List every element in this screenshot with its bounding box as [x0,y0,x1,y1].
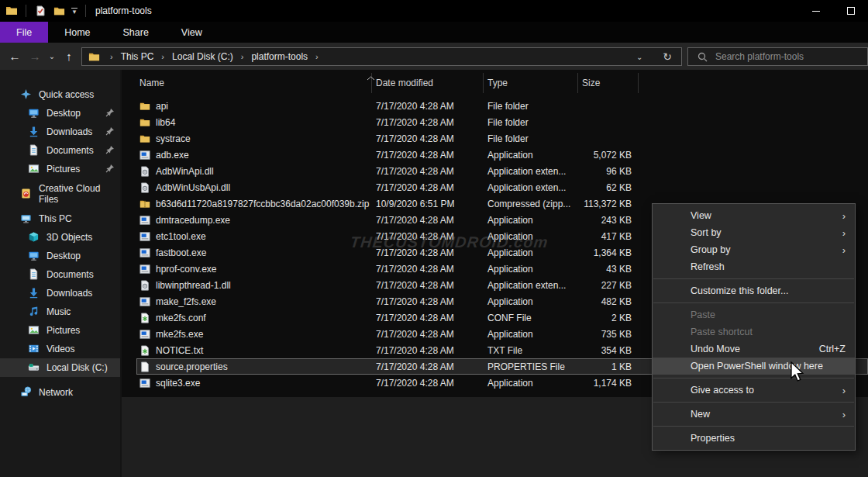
breadcrumb-platform-tools[interactable]: platform-tools [248,51,311,62]
qat-customize-icon[interactable]: ▾ [71,8,78,14]
tab-file[interactable]: File [0,22,48,43]
file-row-systrace[interactable]: systrace7/17/2020 4:28 AMFile folder [136,130,868,147]
menu-item-undo-move[interactable]: Undo MoveCtrl+Z [653,340,855,358]
sidebar-item-pictures[interactable]: Pictures [0,160,120,178]
sidebar-item-label: Pictures [46,164,80,175]
dll-icon [140,280,150,291]
menu-item-open-powershell-window-here[interactable]: Open PowerShell window here [653,358,855,375]
tab-home[interactable]: Home [48,22,106,43]
file-name: source.properties [156,361,228,372]
submenu-arrow-icon: › [842,409,846,420]
menu-item-label: Paste shortcut [691,327,753,337]
file-size: 1,174 KB [578,378,639,389]
file-type: Application exten... [484,280,578,291]
breadcrumb-chevron: › [311,52,323,61]
file-size: 417 KB [578,231,639,242]
sidebar-item-music[interactable]: Music [0,302,120,321]
tab-share[interactable]: Share [107,22,165,43]
downloads-icon [28,126,40,138]
file-type: File folder [484,101,578,112]
sidebar-item-label: Desktop [46,251,81,261]
menu-item-sort-by[interactable]: Sort by› [653,224,855,241]
file-type: Compressed (zipp... [484,199,578,209]
qat-new-folder-icon[interactable] [52,4,66,18]
documents-icon [28,144,40,157]
sidebar-item-network[interactable]: Network [0,383,120,402]
column-header-size[interactable]: Size [578,73,639,93]
menu-item-view[interactable]: View› [653,207,855,224]
menu-item-refresh[interactable]: Refresh [653,258,855,275]
file-size: 1 KB [578,361,639,372]
file-type: Application [484,150,578,161]
file-row-adb-exe[interactable]: adb.exe7/17/2020 4:28 AMApplication5,072… [136,147,868,163]
file-date-modified: 7/17/2020 4:28 AM [372,361,484,372]
menu-item-label: Undo Move [691,344,740,354]
file-row-lib64[interactable]: lib647/17/2020 4:28 AMFile folder [136,114,868,130]
sidebar-item-this-pc[interactable]: This PC [0,209,120,228]
file-name: etc1tool.exe [156,231,206,242]
sidebar-item-3d-objects[interactable]: 3D Objects [0,228,120,247]
refresh-icon[interactable]: ↻ [653,50,681,63]
menu-separator [653,378,854,378]
file-row-adbwinusbapi-dll[interactable]: AdbWinUsbApi.dll7/17/2020 4:28 AMApplica… [136,179,868,195]
folder-icon [140,133,150,144]
menu-item-label: Paste [691,309,715,320]
sidebar-item-label: Videos [46,344,74,354]
minimize-button[interactable] [798,0,833,22]
sidebar-item-pictures[interactable]: Pictures [0,321,120,340]
sidebar-item-desktop[interactable]: Desktop [0,104,120,123]
menu-item-give-access-to[interactable]: Give access to› [653,382,855,399]
search-input[interactable]: Search platform-tools [687,47,868,66]
file-date-modified: 7/17/2020 4:28 AM [372,264,484,275]
file-name: AdbWinApi.dll [156,166,214,177]
file-row-adbwinapi-dll[interactable]: AdbWinApi.dll7/17/2020 4:28 AMApplicatio… [136,163,868,179]
sidebar-item-videos[interactable]: Videos [0,340,120,358]
column-header-date[interactable]: Date modified [372,73,484,93]
column-header-type[interactable]: Type [484,73,578,93]
file-row-api[interactable]: api7/17/2020 4:28 AMFile folder [136,98,868,114]
column-header-row: NameDate modifiedTypeSize [122,73,868,93]
titlebar-separator-2 [85,5,86,17]
file-size: 354 KB [578,345,639,356]
sidebar-item-label: Music [46,306,71,317]
recent-locations-icon[interactable]: ⌄ [45,47,59,67]
menu-item-group-by[interactable]: Group by› [653,241,855,258]
back-button[interactable]: ← [5,47,25,67]
sidebar-item-creative-cloud-files[interactable]: Creative Cloud Files [0,185,120,203]
file-date-modified: 7/17/2020 4:28 AM [372,296,484,307]
column-header-name[interactable]: Name [136,73,372,93]
maximize-button[interactable] [833,0,868,22]
drive-icon [28,361,40,374]
sidebar-item-quick-access[interactable]: Quick access [0,85,120,104]
file-size: 113,372 KB [578,199,639,209]
qat-properties-icon[interactable] [33,4,47,18]
titlebar-separator [26,5,26,17]
sort-ascending-icon[interactable] [367,70,375,84]
tab-view[interactable]: View [165,22,219,43]
menu-item-label: New [691,409,710,420]
pictures-icon [28,163,40,175]
menu-item-customize-this-folder[interactable]: Customize this folder... [653,282,855,299]
sidebar-item-desktop[interactable]: Desktop [0,247,120,265]
sidebar-item-downloads[interactable]: Downloads [0,123,120,141]
file-size: 5,072 KB [578,150,639,161]
downloads-icon [28,287,40,299]
sidebar-item-documents[interactable]: Documents [0,141,120,160]
sidebar-item-documents[interactable]: Documents [0,265,120,284]
address-bar[interactable]: › This PC › Local Disk (C:) › platform-t… [81,47,682,66]
menu-item-properties[interactable]: Properties [653,430,855,447]
breadcrumb-local-disk-c[interactable]: Local Disk (C:) [169,51,236,62]
menu-item-shortcut: Ctrl+Z [819,344,846,354]
menu-item-new[interactable]: New› [653,406,855,423]
breadcrumb-this-pc[interactable]: This PC [118,51,157,62]
forward-button[interactable]: → [25,47,45,67]
sidebar-item-downloads[interactable]: Downloads [0,284,120,302]
file-type: PROPERTIES File [484,361,578,372]
up-button[interactable]: ↑ [59,47,79,67]
file-date-modified: 7/17/2020 4:28 AM [372,280,484,291]
file-date-modified: 7/17/2020 4:28 AM [372,215,484,226]
address-dropdown-icon[interactable]: ⌄ [625,53,653,61]
3d-objects-icon [28,231,40,244]
sidebar-item-local-disk-c[interactable]: Local Disk (C:) [0,358,120,377]
file-date-modified: 7/17/2020 4:28 AM [372,166,484,177]
